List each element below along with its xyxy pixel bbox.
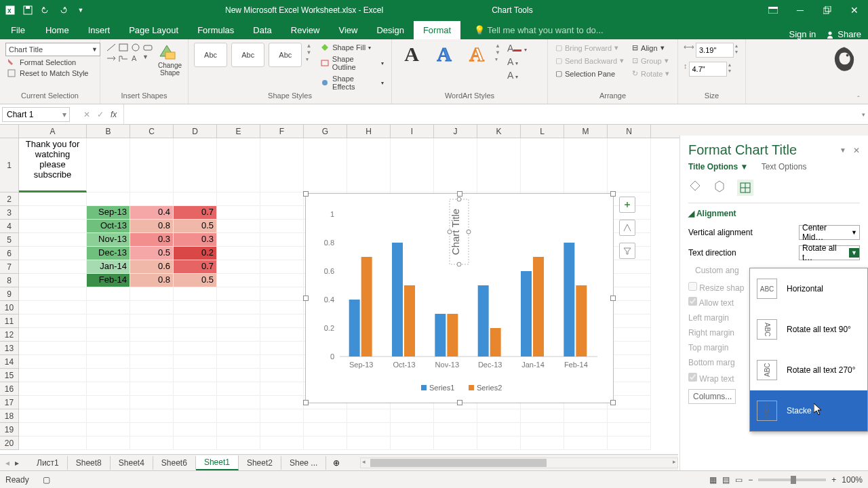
cell[interactable] (130, 342, 174, 355)
zoom-level[interactable]: 100% (842, 475, 863, 485)
vertical-alignment-dropdown[interactable]: Center Mid…▼ (799, 225, 860, 240)
select-all-corner[interactable] (0, 125, 19, 138)
alignment-section[interactable]: ◢ Alignment (688, 209, 860, 218)
cell[interactable]: 0.4 (130, 206, 174, 220)
columns-button[interactable]: Columns... (688, 389, 736, 404)
shape-style-3[interactable]: Abc (269, 43, 302, 67)
cell[interactable]: Feb-14 (87, 274, 130, 287)
shape-effects-button[interactable]: Shape Effects ▾ (318, 74, 386, 92)
minimize-icon[interactable]: ─ (787, 0, 814, 20)
cell[interactable] (19, 423, 87, 436)
cancel-icon[interactable]: ✕ (83, 110, 90, 119)
cell[interactable] (19, 220, 87, 233)
cell[interactable] (174, 369, 217, 382)
cell[interactable] (19, 382, 87, 396)
row-header-19[interactable]: 19 (0, 423, 19, 436)
cell[interactable] (260, 274, 304, 287)
cell[interactable] (19, 328, 87, 342)
cell[interactable] (217, 342, 260, 355)
horizontal-scrollbar[interactable]: ◂▸ (360, 458, 678, 468)
cell[interactable]: 0.3 (174, 233, 217, 247)
cell[interactable] (477, 423, 521, 436)
group-button[interactable]: ⊡ Group ▾ (630, 56, 671, 66)
cell[interactable] (130, 287, 174, 301)
cell[interactable]: 0.5 (174, 220, 217, 233)
wordart-style-1[interactable]: A (397, 43, 426, 66)
cell[interactable] (260, 423, 304, 436)
cell[interactable] (130, 314, 174, 328)
cell[interactable] (564, 423, 608, 436)
cell[interactable] (564, 138, 608, 192)
rotate-button[interactable]: ↻ Rotate ▾ (630, 68, 671, 79)
text-outline-button[interactable]: A ▾ (507, 56, 527, 67)
cell[interactable] (217, 206, 260, 220)
cell[interactable] (217, 369, 260, 382)
col-header-L[interactable]: L (521, 125, 564, 138)
cell[interactable] (260, 206, 304, 220)
cell[interactable]: 0.5 (130, 247, 174, 260)
cell[interactable]: 0.6 (130, 260, 174, 274)
cell[interactable] (19, 355, 87, 369)
cell[interactable] (391, 409, 434, 423)
cell[interactable] (477, 436, 521, 450)
cell[interactable] (19, 342, 87, 355)
cell[interactable] (260, 301, 304, 314)
sheet-tab[interactable]: Shee ... (281, 456, 326, 470)
cell[interactable] (521, 138, 564, 192)
cell[interactable] (260, 382, 304, 396)
embedded-chart[interactable]: Chart Title00.20.40.60.81Sep-13Oct-13Nov… (305, 193, 614, 403)
cell[interactable] (260, 396, 304, 409)
align-button[interactable]: ⊟ Align ▾ (630, 43, 671, 53)
cell[interactable]: 0.8 (130, 220, 174, 233)
row-header-6[interactable]: 6 (0, 247, 19, 260)
cell[interactable] (521, 423, 564, 436)
cell[interactable] (87, 423, 130, 436)
send-backward-button[interactable]: ▢ Send Backward ▾ (553, 56, 626, 66)
title-options-tab[interactable]: Title Options ▼ (688, 162, 748, 171)
col-header-G[interactable]: G (304, 125, 347, 138)
col-header-J[interactable]: J (434, 125, 477, 138)
cell[interactable]: Dec-13 (87, 247, 130, 260)
sheet-tab[interactable]: Sheet6 (153, 456, 196, 470)
cell[interactable] (130, 301, 174, 314)
cell[interactable] (217, 287, 260, 301)
cell[interactable] (19, 369, 87, 382)
cell[interactable] (130, 436, 174, 450)
cell[interactable] (174, 382, 217, 396)
cell[interactable] (608, 423, 651, 436)
tell-me-input[interactable]: 💡 Tell me what you want to do... (460, 21, 613, 39)
view-layout-icon[interactable]: ▤ (722, 475, 730, 485)
cell[interactable] (130, 396, 174, 409)
cell[interactable] (217, 260, 260, 274)
zoom-out-icon[interactable]: − (748, 475, 753, 485)
cell[interactable] (130, 369, 174, 382)
cell[interactable] (477, 138, 521, 192)
tab-nav-prev-icon[interactable]: ◂ (0, 458, 15, 468)
cell[interactable] (19, 260, 87, 274)
pane-close-icon[interactable]: ✕ (853, 146, 860, 155)
cell[interactable] (19, 206, 87, 220)
redo-icon[interactable] (54, 0, 72, 20)
text-direction-option[interactable]: ABCHorizontal (750, 268, 867, 309)
tab-home[interactable]: Home (36, 21, 79, 39)
cell[interactable] (260, 409, 304, 423)
row-header-12[interactable]: 12 (0, 328, 19, 342)
tab-formulas[interactable]: Formulas (188, 21, 243, 39)
width-input[interactable] (689, 62, 727, 77)
cell[interactable] (87, 369, 130, 382)
col-header-D[interactable]: D (174, 125, 217, 138)
fill-pane-icon[interactable] (688, 180, 702, 196)
zoom-in-icon[interactable]: + (831, 475, 836, 485)
text-effects-button[interactable]: A ▾ (507, 70, 527, 81)
cell[interactable] (304, 138, 347, 192)
cell[interactable] (217, 328, 260, 342)
cell[interactable] (174, 192, 217, 206)
cell[interactable] (304, 423, 347, 436)
cell[interactable] (217, 247, 260, 260)
row-header-13[interactable]: 13 (0, 342, 19, 355)
cell[interactable] (19, 396, 87, 409)
cell[interactable] (174, 138, 217, 192)
cell[interactable] (87, 436, 130, 450)
tab-file[interactable]: File (0, 21, 36, 39)
chart-styles-button[interactable] (619, 220, 635, 236)
